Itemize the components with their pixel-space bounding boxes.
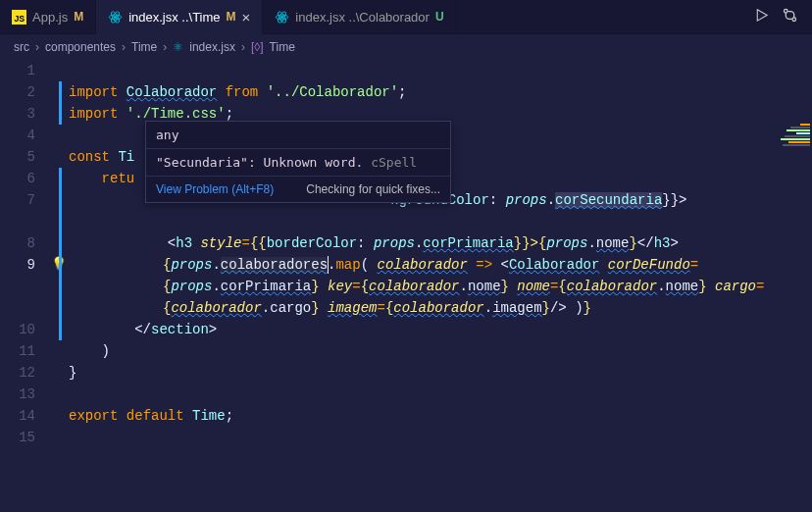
tab-label: index.jsx ..\Time	[128, 10, 220, 25]
svg-point-11	[784, 9, 787, 13]
svg-point-12	[792, 17, 796, 21]
chevron-right-icon: ›	[35, 40, 39, 54]
react-icon	[108, 9, 123, 25]
code-line: </section>	[69, 319, 783, 340]
hover-message: "Secundaria": Unknown word. cSpell	[146, 149, 450, 177]
code-line: }	[69, 362, 783, 384]
code-line: <h3 style={{borderColor: props.corPrimar…	[69, 232, 783, 254]
line-gutter: 1 2 3 4 5 6 7 8 9 10 11 12 13 14 15	[0, 60, 49, 512]
symbol-variable-icon: [◊]	[251, 40, 264, 54]
tab-bar: JS App.js M index.jsx ..\Time M × index.…	[0, 0, 812, 34]
breadcrumb-seg[interactable]: Time	[270, 40, 295, 54]
run-icon[interactable]	[753, 7, 770, 27]
view-problem-link[interactable]: View Problem (Alt+F8)	[156, 182, 274, 196]
chevron-right-icon: ›	[163, 40, 167, 54]
breadcrumb-seg[interactable]: Time	[131, 40, 157, 54]
code-line	[69, 60, 783, 81]
tab-app-js[interactable]: JS App.js M	[0, 0, 96, 34]
hover-type: any	[146, 122, 450, 149]
js-icon: JS	[12, 9, 26, 25]
breadcrumb-seg[interactable]: src	[14, 40, 29, 54]
svg-point-2	[114, 16, 117, 19]
tab-index-time[interactable]: index.jsx ..\Time M ×	[96, 0, 263, 34]
modified-indicator	[59, 168, 62, 340]
svg-text:JS: JS	[15, 14, 25, 24]
editor[interactable]: 1 2 3 4 5 6 7 8 9 10 11 12 13 14 15 💡 im…	[0, 60, 812, 512]
tab-label: index.jsx ..\Colaborador	[295, 10, 430, 25]
code-line: {props.colaboradores.map( colaborador =>…	[69, 254, 783, 319]
chevron-right-icon: ›	[122, 40, 126, 54]
tab-status: U	[435, 10, 444, 24]
tab-status: M	[227, 10, 236, 24]
hover-actions: View Problem (Alt+F8) Checking for quick…	[146, 177, 450, 202]
tab-actions	[739, 7, 812, 27]
code-line	[69, 427, 783, 448]
breadcrumb[interactable]: src › componentes › Time › ⚛ index.jsx ›…	[0, 34, 812, 60]
quick-fix-status: Checking for quick fixes...	[306, 182, 440, 196]
svg-point-6	[281, 16, 284, 19]
code-line: export default Time;	[69, 405, 783, 427]
svg-marker-10	[757, 9, 767, 20]
react-icon: ⚛	[173, 40, 183, 54]
modified-indicator	[59, 81, 62, 125]
breadcrumb-seg[interactable]: componentes	[45, 40, 116, 54]
tab-status: M	[74, 10, 83, 24]
tab-label: App.js	[32, 10, 68, 25]
breadcrumb-seg[interactable]: index.jsx	[189, 40, 235, 54]
chevron-right-icon: ›	[241, 40, 245, 54]
close-icon[interactable]: ×	[242, 9, 251, 26]
react-icon	[275, 9, 289, 25]
code-line: import Colaborador from '../Colaborador'…	[69, 81, 783, 103]
git-compare-icon[interactable]	[782, 7, 798, 27]
code-line	[69, 384, 783, 405]
code-line: )	[69, 340, 783, 362]
minimap[interactable]	[777, 120, 812, 512]
tab-index-colaborador[interactable]: index.jsx ..\Colaborador U	[263, 0, 456, 34]
hover-tooltip: any "Secundaria": Unknown word. cSpell V…	[145, 121, 451, 203]
